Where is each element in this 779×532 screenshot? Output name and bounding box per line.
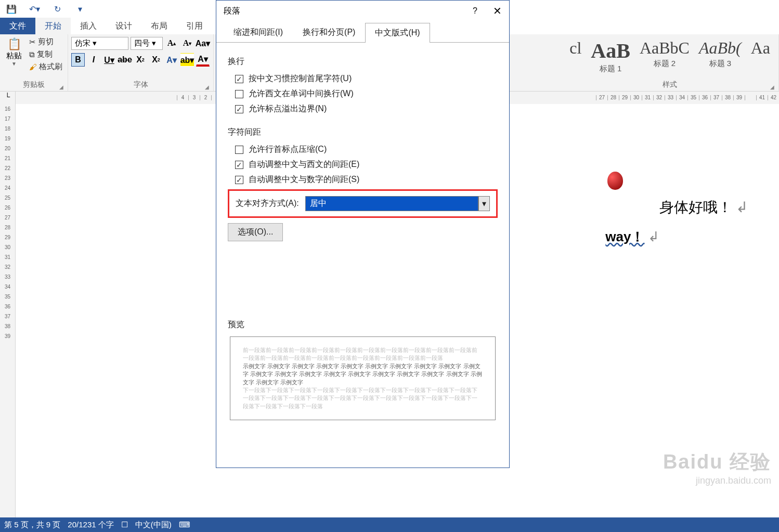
- status-page[interactable]: 第 5 页，共 9 页: [4, 520, 60, 530]
- tab-stop-icon[interactable]: └: [0, 92, 16, 104]
- chevron-down-icon: ▾: [478, 196, 490, 211]
- group-label-clipboard: 剪贴板◢: [3, 79, 64, 91]
- scissors-icon: ✂: [29, 37, 36, 47]
- checkbox-adjust-cjk-latin[interactable]: ✓自动调整中文与西文的间距(E): [235, 159, 498, 170]
- paste-button[interactable]: 📋 粘贴 ▼: [3, 36, 25, 72]
- customize-qat-icon[interactable]: ▾: [75, 4, 85, 14]
- status-bar: 第 5 页，共 9 页 20/1231 个字 ☐ 中文(中国) ⌨: [0, 517, 779, 532]
- checkbox-icon: [235, 146, 243, 154]
- checkbox-label: 允许西文在单词中间换行(W): [249, 88, 354, 99]
- proofing-icon[interactable]: ☐: [121, 520, 128, 529]
- text-effects-button[interactable]: A▾: [165, 53, 178, 67]
- close-icon[interactable]: ✕: [493, 5, 502, 17]
- save-icon[interactable]: 💾: [6, 4, 17, 14]
- dialog-tabs: 缩进和间距(I) 换行和分页(P) 中文版式(H): [216, 22, 509, 43]
- dialog-tab-cjk[interactable]: 中文版式(H): [365, 23, 430, 43]
- chevron-down-icon: ▼: [11, 61, 17, 67]
- body-text-line1: 身体好哦！ ↲: [659, 198, 748, 217]
- style-item[interactable]: AaB标题 1: [591, 38, 630, 74]
- shrink-font-button[interactable]: A▾: [180, 36, 194, 50]
- paste-label: 粘贴: [6, 51, 22, 61]
- text-align-select[interactable]: 居中 ▾: [305, 196, 490, 211]
- format-painter-button[interactable]: 🖌格式刷: [27, 61, 64, 72]
- tab-home[interactable]: 开始: [35, 18, 71, 34]
- bold-button[interactable]: B: [71, 53, 85, 67]
- paragraph-dialog: 段落 ? ✕ 缩进和间距(I) 换行和分页(P) 中文版式(H) 换行 ✓按中文…: [216, 0, 510, 468]
- style-item[interactable]: cl: [569, 38, 581, 74]
- preview-box: 前一段落前一段落前一段落前一段落前一段落前一段落前一段落前一段落前一段落前一段落…: [230, 336, 496, 420]
- preview-after: 下一段落下一段落下一段落下一段落下一段落下一段落下一段落下一段落下一段落下一段落…: [243, 386, 483, 410]
- tab-file[interactable]: 文件: [0, 18, 35, 34]
- section-charspacing-title: 字符间距: [228, 127, 498, 138]
- preview-before: 前一段落前一段落前一段落前一段落前一段落前一段落前一段落前一段落前一段落前一段落…: [243, 346, 483, 362]
- preview-sample: 示例文字 示例文字 示例文字 示例文字 示例文字 示例文字 示例文字 示例文字 …: [243, 362, 483, 386]
- checkbox-icon: ✓: [235, 75, 243, 83]
- checkbox-label: 自动调整中文与数字的间距(S): [249, 174, 359, 185]
- tab-layout[interactable]: 布局: [141, 18, 177, 34]
- highlight-button[interactable]: ab▾: [180, 53, 194, 67]
- italic-button[interactable]: I: [87, 53, 100, 67]
- checkbox-hanging-punct[interactable]: ✓按中文习惯控制首尾字符(U): [235, 73, 498, 84]
- subscript-button[interactable]: X2: [134, 53, 147, 67]
- dialog-launcher-icon[interactable]: ◢: [770, 84, 774, 90]
- dialog-tab-pagebreak[interactable]: 换行和分页(P): [293, 22, 365, 42]
- text-align-highlight-box: 文本对齐方式(A): 居中 ▾: [228, 189, 498, 218]
- font-size-select[interactable]: 四号 ▾: [131, 37, 163, 50]
- tab-insert[interactable]: 插入: [71, 18, 106, 34]
- superscript-button[interactable]: X2: [149, 53, 163, 67]
- checkbox-punct-overflow[interactable]: ✓允许标点溢出边界(N): [235, 103, 498, 114]
- dialog-tab-indent[interactable]: 缩进和间距(I): [224, 22, 293, 42]
- redo-icon[interactable]: ↻: [52, 4, 62, 14]
- watermark: Baidu 经验 jingyan.baidu.com: [663, 449, 771, 486]
- underline-button[interactable]: U▾: [102, 53, 116, 67]
- checkbox-label: 允许标点溢出边界(N): [249, 103, 327, 114]
- checkbox-label: 按中文习惯控制首尾字符(U): [249, 73, 352, 84]
- checkbox-icon: [235, 90, 243, 98]
- tab-design[interactable]: 设计: [106, 18, 141, 34]
- tab-reference[interactable]: 引用: [177, 18, 212, 34]
- track-changes-icon[interactable]: ⌨: [179, 520, 190, 529]
- font-name-select[interactable]: 仿宋 ▾: [71, 37, 128, 50]
- checkbox-icon: ✓: [235, 105, 243, 113]
- checkbox-label: 自动调整中文与西文的间距(E): [249, 159, 359, 170]
- dialog-launcher-icon[interactable]: ◢: [205, 84, 209, 90]
- undo-icon[interactable]: ↶▾: [29, 4, 40, 14]
- change-case-button[interactable]: Aa▾: [196, 36, 210, 50]
- help-icon[interactable]: ?: [473, 6, 477, 16]
- checkbox-icon: ✓: [235, 176, 243, 184]
- section-preview-title: 预览: [228, 319, 498, 330]
- strikethrough-button[interactable]: abe: [118, 53, 132, 67]
- copy-label: 复制: [37, 49, 53, 59]
- dialog-body: 换行 ✓按中文习惯控制首尾字符(U) 允许西文在单词中间换行(W) ✓允许标点溢…: [216, 43, 509, 429]
- style-item[interactable]: Aa: [751, 38, 770, 74]
- dialog-title-text: 段落: [224, 6, 240, 17]
- grow-font-button[interactable]: A▴: [165, 36, 178, 50]
- brush-icon: 🖌: [29, 62, 37, 71]
- text-align-label: 文本对齐方式(A):: [236, 198, 299, 209]
- style-item[interactable]: AaBb(标题 3: [699, 38, 742, 74]
- format-painter-label: 格式刷: [39, 62, 62, 72]
- clipboard-icon: 📋: [7, 37, 21, 51]
- checkbox-latin-word-wrap[interactable]: 允许西文在单词中间换行(W): [235, 88, 498, 99]
- vertical-ruler[interactable]: 1617181920212223242526272829303132333435…: [0, 104, 16, 517]
- group-label-font: 字体◢: [71, 79, 210, 91]
- status-word-count[interactable]: 20/1231 个字: [68, 520, 113, 530]
- group-styles: cl AaB标题 1 AaBbC标题 2 AaBb(标题 3 Aa 样式◢: [561, 34, 779, 91]
- section-linebreak-title: 换行: [228, 56, 498, 67]
- copy-icon: ⧉: [29, 50, 35, 59]
- body-text-line2: way！ ↲: [605, 228, 659, 246]
- checkbox-compress-punct[interactable]: 允许行首标点压缩(C): [235, 144, 498, 155]
- options-button[interactable]: 选项(O)...: [228, 223, 283, 241]
- cut-button[interactable]: ✂剪切: [27, 36, 64, 47]
- style-item[interactable]: AaBbC标题 2: [640, 38, 690, 74]
- cut-label: 剪切: [38, 37, 54, 47]
- dialog-launcher-icon[interactable]: ◢: [59, 84, 63, 90]
- group-clipboard: 📋 粘贴 ▼ ✂剪切 ⧉复制 🖌格式刷 剪贴板◢: [0, 34, 68, 91]
- status-language[interactable]: 中文(中国): [135, 520, 172, 530]
- group-label-styles: 样式◢: [564, 79, 775, 91]
- group-font: 仿宋 ▾ 四号 ▾ A▴ A▾ Aa▾ B I U▾ abe X2 X2 A▾ …: [68, 34, 214, 91]
- copy-button[interactable]: ⧉复制: [27, 49, 64, 60]
- font-color-button[interactable]: A▾: [196, 53, 210, 67]
- checkbox-adjust-cjk-digit[interactable]: ✓自动调整中文与数字的间距(S): [235, 174, 498, 185]
- select-value: 居中: [305, 196, 478, 211]
